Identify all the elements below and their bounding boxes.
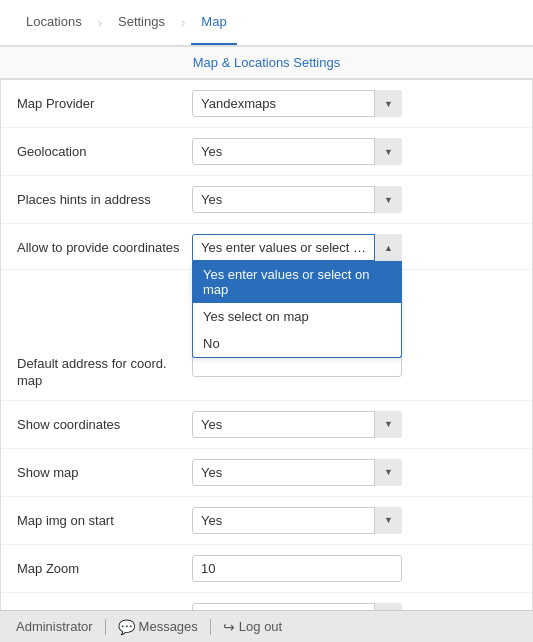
input-map-zoom[interactable] — [192, 555, 402, 582]
nav-separator-1: › — [96, 15, 104, 30]
row-geolocation: Geolocation Yes No — [1, 128, 532, 176]
select-map-provider[interactable]: Yandexmaps — [192, 90, 402, 117]
row-show-coordinates: Show coordinates Yes No — [1, 401, 532, 449]
row-places-hints: Places hints in address Yes No — [1, 176, 532, 224]
dropdown-trigger-text: Yes enter values or select on ... — [201, 240, 371, 255]
nav-item-settings[interactable]: Settings — [108, 0, 175, 45]
label-map-provider: Map Provider — [17, 90, 192, 113]
label-map-zoom: Map Zoom — [17, 555, 192, 578]
label-show-coordinates: Show coordinates — [17, 411, 192, 434]
row-show-map: Show map Yes No — [1, 449, 532, 497]
nav-separator-2: › — [179, 15, 187, 30]
nav-item-map[interactable]: Map — [191, 0, 236, 45]
footer-item-administrator[interactable]: Administrator — [16, 619, 93, 634]
nav-item-locations[interactable]: Locations — [16, 0, 92, 45]
dropdown-menu-allow-coordinates: Yes enter values or select on map Yes se… — [192, 261, 402, 358]
dropdown-option-1[interactable]: Yes select on map — [193, 303, 401, 330]
footer-item-logout[interactable]: ↪ Log out — [223, 619, 282, 635]
control-map-zoom — [192, 555, 516, 582]
label-allow-coordinates: Allow to provide coordinates — [17, 234, 192, 257]
dropdown-option-0[interactable]: Yes enter values or select on map — [193, 261, 401, 303]
dropdown-allow-coordinates: Yes enter values or select on ... Yes en… — [192, 234, 402, 261]
select-wrapper-geolocation: Yes No — [192, 138, 402, 165]
label-places-hints: Places hints in address — [17, 186, 192, 209]
select-show-map[interactable]: Yes No — [192, 459, 402, 486]
label-geolocation: Geolocation — [17, 138, 192, 161]
logout-icon: ↪ — [223, 619, 235, 635]
label-show-map: Show map — [17, 459, 192, 482]
control-show-coordinates: Yes No — [192, 411, 516, 438]
dropdown-arrow-up — [374, 234, 402, 261]
page-title: Map & Locations Settings — [0, 46, 533, 79]
select-places-hints[interactable]: Yes No — [192, 186, 402, 213]
footer-divider-2 — [210, 619, 211, 635]
row-map-provider: Map Provider Yandexmaps — [1, 80, 532, 128]
page-wrapper: Locations › Settings › Map Map & Locatio… — [0, 0, 533, 642]
select-wrapper-show-map: Yes No — [192, 459, 402, 486]
label-map-img-on-start: Map img on start — [17, 507, 192, 530]
control-geolocation: Yes No — [192, 138, 516, 165]
select-wrapper-map-provider: Yandexmaps — [192, 90, 402, 117]
select-wrapper-places-hints: Yes No — [192, 186, 402, 213]
footer-divider-1 — [105, 619, 106, 635]
control-map-provider: Yandexmaps — [192, 90, 516, 117]
select-geolocation[interactable]: Yes No — [192, 138, 402, 165]
messages-icon: 💬 — [118, 619, 135, 635]
top-nav: Locations › Settings › Map — [0, 0, 533, 46]
control-map-img-on-start: Yes No — [192, 507, 516, 534]
row-map-zoom: Map Zoom — [1, 545, 532, 593]
label-default-address: Default address for coord. map — [17, 350, 192, 390]
select-wrapper-show-coordinates: Yes No — [192, 411, 402, 438]
footer-bar: Administrator 💬 Messages ↪ Log out — [0, 610, 533, 642]
control-show-map: Yes No — [192, 459, 516, 486]
dropdown-trigger-allow-coordinates[interactable]: Yes enter values or select on ... — [192, 234, 402, 261]
settings-form: Map Provider Yandexmaps Geolocation Yes … — [0, 79, 533, 642]
footer-item-messages[interactable]: 💬 Messages — [118, 619, 198, 635]
control-allow-coordinates: Yes enter values or select on ... Yes en… — [192, 234, 516, 261]
select-map-img-on-start[interactable]: Yes No — [192, 507, 402, 534]
select-show-coordinates[interactable]: Yes No — [192, 411, 402, 438]
row-allow-coordinates: Allow to provide coordinates Yes enter v… — [1, 224, 532, 270]
control-places-hints: Yes No — [192, 186, 516, 213]
row-map-img-on-start: Map img on start Yes No — [1, 497, 532, 545]
dropdown-option-2[interactable]: No — [193, 330, 401, 357]
select-wrapper-map-img-on-start: Yes No — [192, 507, 402, 534]
